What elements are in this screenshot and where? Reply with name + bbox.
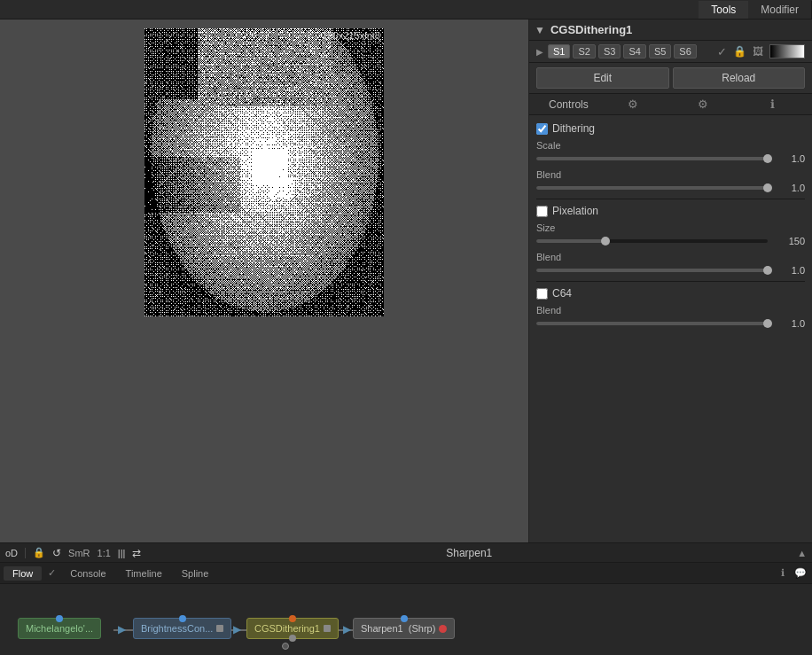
arrow-icon: ▶	[536, 47, 543, 57]
dithering-blend-value: 1.0	[773, 183, 805, 193]
controls-label: Controls	[536, 98, 601, 111]
flow-node-michelangelo[interactable]: Michelangelo'...	[18, 618, 101, 639]
c64-checkbox[interactable]	[536, 288, 548, 300]
edit-button[interactable]: Edit	[536, 67, 669, 89]
pixelation-checkbox[interactable]	[536, 206, 548, 217]
controls-area: Dithering Scale 1.0 Blend	[529, 115, 812, 542]
flow-canvas: ▶ ▶ ▶ Michelangelo'... BrightnessCon... …	[0, 584, 812, 655]
flow-comment-icon[interactable]: 💬	[792, 565, 808, 581]
flow-tab-spline[interactable]: Spline	[173, 566, 218, 581]
c64-blend-slider[interactable]	[536, 322, 768, 325]
dithering-label: Dithering	[552, 122, 595, 135]
size-label: Size	[536, 222, 805, 233]
panel-chevron[interactable]: ▼	[535, 24, 545, 36]
dithering-blend-label: Blend	[536, 169, 805, 180]
image-icon[interactable]: 🖼	[753, 45, 763, 58]
center-node-label: Sharpen1	[446, 547, 492, 559]
image-info: 180x215xint8	[319, 28, 384, 43]
pixelation-size-row: Size 150	[536, 222, 805, 246]
smr-label: SmR	[68, 548, 90, 558]
pixelation-label: Pixelation	[552, 205, 598, 217]
dithering-scale-row: Scale 1.0	[536, 140, 805, 164]
refresh-status-icon[interactable]: ↺	[52, 547, 61, 559]
s1-button[interactable]: S1	[548, 44, 570, 58]
status-bar: oD 🔒 ↺ SmR 1:1 ||| ⇄ Sharpen1 ▲	[0, 542, 812, 562]
pixelation-size-value: 150	[773, 236, 805, 246]
c64-blend-label: Blend	[536, 305, 805, 316]
flow-node-cgsdithering[interactable]: CGSDithering1	[246, 618, 339, 639]
s4-button[interactable]: S4	[623, 44, 645, 58]
info-icon[interactable]: ℹ	[740, 97, 805, 111]
dithering-checkbox[interactable]	[536, 123, 548, 135]
node-flow-area: Flow ✓ Console Timeline Spline ℹ 💬 ▶ ▶ ▶…	[0, 562, 812, 655]
s5-button[interactable]: S5	[649, 44, 671, 58]
c64-section: C64	[536, 287, 805, 300]
c64-blend-row: Blend 1.0	[536, 305, 805, 329]
lock-icon[interactable]: 🔒	[733, 45, 746, 58]
s6-button[interactable]: S6	[674, 44, 696, 58]
s3-button[interactable]: S3	[598, 44, 621, 58]
pixelation-section: Pixelation	[536, 205, 805, 217]
dithering-scale-value: 1.0	[773, 153, 805, 164]
pixelation-blend-value: 1.0	[773, 265, 805, 276]
flow-tabs-bar: Flow ✓ Console Timeline Spline ℹ 💬	[0, 563, 812, 584]
modifier-tab[interactable]: Modifier	[748, 1, 812, 19]
reload-button[interactable]: Reload	[673, 67, 806, 89]
controls-header: Controls ⚙ ⚙ ℹ	[529, 94, 812, 115]
pixelation-size-slider[interactable]	[536, 239, 768, 243]
ratio-label: 1:1	[98, 548, 111, 558]
flow-check-icon[interactable]: ✓	[43, 565, 59, 581]
arrows-icon[interactable]: ⇄	[132, 547, 141, 559]
gear-icon[interactable]: ⚙	[671, 97, 736, 111]
flow-tab-console[interactable]: Console	[61, 566, 114, 581]
s-buttons-row: ▶ S1 S2 S3 S4 S5 S6 ✓ 🔒 🖼	[529, 41, 812, 63]
right-panel: ▼ CGSDithering1 ▶ S1 S2 S3 S4 S5 S6 ✓ 🔒 …	[528, 19, 812, 542]
s2-button[interactable]: S2	[573, 44, 595, 58]
dithering-blend-slider[interactable]	[536, 186, 768, 190]
viewport-image	[144, 28, 384, 316]
node-title: CGSDithering1	[550, 23, 632, 36]
viewport: 180x215xint8	[0, 19, 528, 542]
flow-node-brightness[interactable]: BrightnessCon...	[133, 618, 231, 639]
flow-node-sharpen[interactable]: Sharpen1 (Shrp)	[353, 618, 455, 639]
flow-tab-flow[interactable]: Flow	[4, 566, 42, 581]
flow-info-icon[interactable]: ℹ	[775, 565, 791, 581]
color-swatch[interactable]	[769, 44, 805, 58]
scale-label: Scale	[536, 140, 805, 151]
up-arrow-icon[interactable]: ▲	[797, 548, 807, 558]
settings-icon[interactable]: ⚙	[601, 97, 666, 111]
bars-icon[interactable]: |||	[118, 548, 126, 558]
edit-reload-row: Edit Reload	[529, 63, 812, 94]
tools-tab[interactable]: Tools	[699, 1, 748, 19]
c64-label: C64	[552, 287, 572, 300]
dithering-scale-slider[interactable]	[536, 157, 768, 160]
od-indicator: oD	[5, 548, 18, 558]
c64-blend-value: 1.0	[773, 318, 805, 329]
dithering-section: Dithering	[536, 122, 805, 135]
pixelation-blend-row: Blend 1.0	[536, 252, 805, 276]
lock-status-icon[interactable]: 🔒	[33, 547, 45, 558]
flow-tab-timeline[interactable]: Timeline	[117, 566, 171, 581]
check-icon[interactable]: ✓	[717, 45, 727, 58]
pixelation-blend-label: Blend	[536, 252, 805, 262]
dithering-blend-row: Blend 1.0	[536, 169, 805, 193]
pixelation-blend-slider[interactable]	[536, 269, 768, 272]
